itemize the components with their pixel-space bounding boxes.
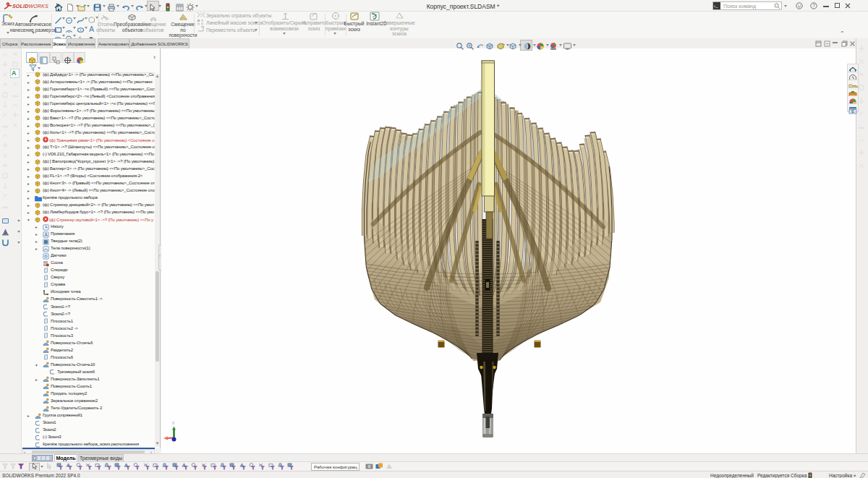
svg-text:A: A: [44, 232, 48, 237]
svg-text:E: E: [851, 109, 854, 114]
svg-text:y: y: [172, 420, 174, 424]
svg-text:?: ?: [812, 3, 815, 8]
